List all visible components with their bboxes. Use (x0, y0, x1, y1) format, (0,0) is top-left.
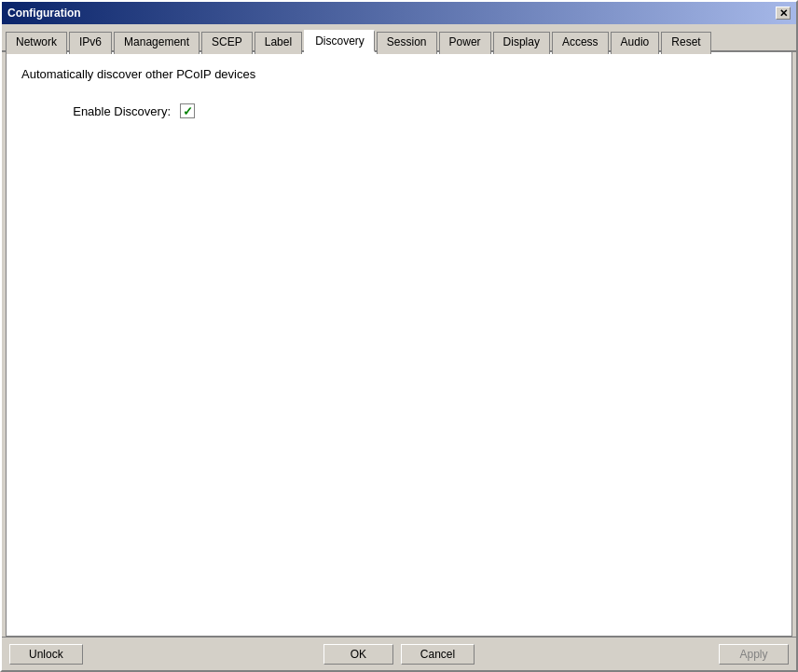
tab-management[interactable]: Management (114, 32, 200, 54)
enable-discovery-checkbox-container: ✓ (180, 103, 195, 118)
bottom-center: OK Cancel (269, 644, 530, 665)
unlock-button[interactable]: Unlock (9, 644, 83, 665)
tab-network[interactable]: Network (6, 32, 67, 54)
tab-bar: Network IPv6 Management SCEP Label Disco… (2, 24, 796, 52)
discovery-description: Automatically discover other PCoIP devic… (21, 67, 777, 81)
close-icon: ✕ (779, 7, 788, 20)
title-bar: Configuration ✕ (2, 2, 796, 24)
tab-ipv6[interactable]: IPv6 (69, 32, 112, 54)
checkbox-check-icon: ✓ (183, 104, 193, 118)
bottom-left: Unlock (9, 644, 269, 665)
bottom-bar: Unlock OK Cancel Apply (2, 637, 796, 670)
bottom-right: Apply (529, 644, 789, 665)
tab-session[interactable]: Session (377, 32, 437, 54)
cancel-button[interactable]: Cancel (401, 644, 475, 665)
window-title: Configuration (7, 7, 81, 20)
ok-button[interactable]: OK (323, 644, 393, 665)
tab-label[interactable]: Label (255, 32, 302, 54)
close-button[interactable]: ✕ (776, 7, 791, 20)
enable-discovery-row: Enable Discovery: ✓ (21, 103, 777, 118)
apply-button[interactable]: Apply (719, 644, 789, 665)
tab-discovery[interactable]: Discovery (304, 30, 375, 52)
main-window: Configuration ✕ Network IPv6 Management … (0, 0, 798, 672)
tab-power[interactable]: Power (439, 32, 491, 54)
tab-reset[interactable]: Reset (661, 32, 710, 54)
tab-access[interactable]: Access (552, 32, 609, 54)
tab-audio[interactable]: Audio (611, 32, 660, 54)
enable-discovery-checkbox[interactable]: ✓ (180, 103, 195, 118)
enable-discovery-label: Enable Discovery: (21, 104, 171, 118)
tab-scep[interactable]: SCEP (201, 32, 253, 54)
content-area: Automatically discover other PCoIP devic… (6, 52, 792, 637)
tab-display[interactable]: Display (493, 32, 550, 54)
